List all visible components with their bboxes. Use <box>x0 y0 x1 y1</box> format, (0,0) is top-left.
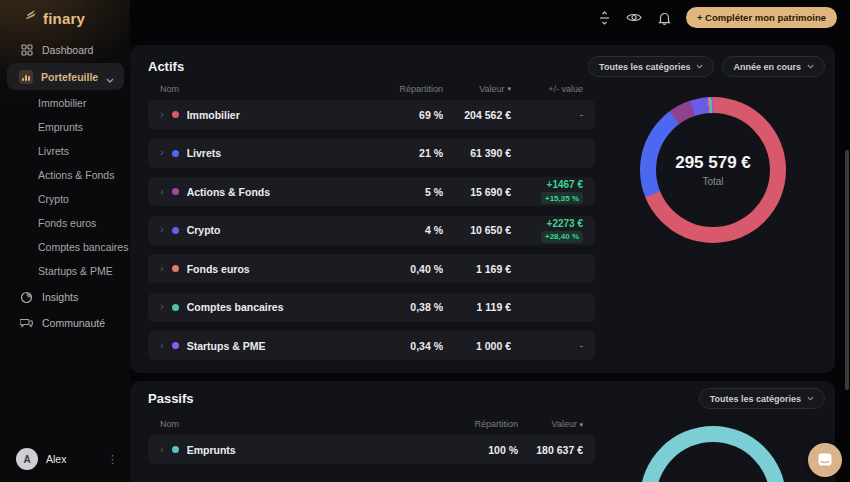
row-label: Startups & PME <box>187 340 266 352</box>
sidebar-item-label: Insights <box>42 291 78 303</box>
subitem-label: Comptes bancaires <box>38 241 128 253</box>
expand-chevron-icon[interactable]: › <box>160 301 164 312</box>
actifs-filters: Toutes les catégories Année en cours <box>588 56 825 77</box>
filter-label: Toutes les catégories <box>710 394 801 404</box>
expand-chevron-icon[interactable]: › <box>160 186 164 197</box>
sidebar-item-insights[interactable]: Insights <box>0 286 130 308</box>
passifs-table-header: Nom Répartition Valeur ▾ <box>148 417 595 431</box>
expand-chevron-icon[interactable]: › <box>160 109 164 120</box>
col-valeur-sort[interactable]: Valeur ▾ <box>518 419 583 429</box>
actifs-title: Actifs <box>148 59 184 74</box>
actifs-donut-center: 295 579 € Total <box>656 113 770 227</box>
portfolio-chart-icon <box>19 70 33 84</box>
sidebar-item-portefeuille[interactable]: Portefeuille <box>7 63 124 90</box>
row-repartition: 0,38 % <box>358 301 443 313</box>
sidebar-subitem-fonds-euros[interactable]: Fonds euros <box>38 214 130 232</box>
row-valeur: 180 637 € <box>518 444 583 456</box>
topbar: + Compléter mon patrimoine <box>596 7 837 28</box>
col-valeur-sort[interactable]: Valeur▾ <box>443 84 511 94</box>
chat-support-button[interactable] <box>808 443 842 477</box>
passifs-title: Passifs <box>148 391 194 406</box>
brand-name: finary <box>43 10 85 27</box>
subitem-label: Immobilier <box>38 97 86 109</box>
actifs-donut-chart: 295 579 € Total <box>640 97 786 243</box>
sort-desc-icon: ▾ <box>579 421 583 428</box>
category-color-dot <box>172 227 179 234</box>
sidebar-subitem-emprunts[interactable]: Emprunts <box>38 118 130 136</box>
row-repartition: 5 % <box>358 186 443 198</box>
avatar: A <box>16 448 38 470</box>
row-repartition: 4 % <box>358 224 443 236</box>
expand-chevron-icon[interactable]: › <box>160 224 164 235</box>
expand-chevron-icon[interactable]: › <box>160 340 164 351</box>
table-row-comptes-bancaires[interactable]: ›Comptes bancaires 0,38 % 1 119 € <box>148 293 595 322</box>
table-row-crypto[interactable]: ›Crypto 4 % 10 650 € +2273 €+28,40 % <box>148 216 595 245</box>
row-delta: - <box>580 109 583 120</box>
scrollbar[interactable] <box>845 150 849 390</box>
actifs-table-header: Nom Répartition Valeur▾ +/- value <box>148 82 595 96</box>
bell-icon[interactable] <box>656 9 673 26</box>
user-name: Alex <box>46 453 66 465</box>
passifs-card: Passifs Toutes les catégories Nom Répart… <box>130 381 835 482</box>
delta-pct-badge: +15,35 % <box>541 192 583 204</box>
expand-chevron-icon[interactable]: › <box>160 147 164 158</box>
expand-chevron-icon[interactable]: › <box>160 263 164 274</box>
passifs-donut-center <box>656 442 770 482</box>
table-row-fonds-euros[interactable]: ›Fonds euros 0,40 % 1 169 € <box>148 254 595 283</box>
subitem-label: Startups & PME <box>38 265 113 277</box>
sidebar-item-label: Dashboard <box>42 44 93 56</box>
row-label: Emprunts <box>187 444 236 456</box>
row-repartition: 100 % <box>438 444 518 456</box>
passifs-donut-chart <box>640 426 786 482</box>
category-filter-dropdown[interactable]: Toutes les catégories <box>699 388 825 409</box>
passifs-filters: Toutes les catégories <box>699 388 825 409</box>
row-valeur: 61 390 € <box>443 147 511 159</box>
kebab-menu-icon[interactable]: ⋮ <box>107 453 118 466</box>
subitem-label: Fonds euros <box>38 217 96 229</box>
dashboard-grid-icon <box>20 44 33 57</box>
sidebar-subitem-startups-pme[interactable]: Startups & PME <box>38 262 130 280</box>
finary-logo[interactable]: finary <box>24 9 85 27</box>
col-valeur: Valeur <box>552 419 577 429</box>
split-adjust-icon[interactable] <box>596 9 613 26</box>
row-repartition: 0,34 % <box>358 340 443 352</box>
chevron-down-icon <box>807 64 814 69</box>
category-color-dot <box>172 265 179 272</box>
chevron-down-icon <box>696 64 703 69</box>
chevron-down-icon <box>106 73 114 85</box>
row-valeur: 204 562 € <box>443 109 511 121</box>
complete-patrimoine-button[interactable]: + Compléter mon patrimoine <box>686 7 837 28</box>
table-row-emprunts[interactable]: ›Emprunts 100 % 180 637 € <box>148 435 595 464</box>
table-row-livrets[interactable]: ›Livrets 21 % 61 390 € <box>148 139 595 168</box>
table-row-actions-fonds[interactable]: ›Actions & Fonds 5 % 15 690 € +1467 €+15… <box>148 177 595 206</box>
actifs-table: Nom Répartition Valeur▾ +/- value ›Immob… <box>148 82 595 370</box>
filter-label: Année en cours <box>733 62 801 72</box>
row-valeur: 15 690 € <box>443 186 511 198</box>
subitem-label: Crypto <box>38 193 69 205</box>
category-filter-dropdown[interactable]: Toutes les catégories <box>588 56 714 77</box>
sidebar-subitem-livrets[interactable]: Livrets <box>38 142 130 160</box>
row-repartition: 21 % <box>358 147 443 159</box>
category-color-dot <box>172 188 179 195</box>
category-color-dot <box>172 342 179 349</box>
period-filter-dropdown[interactable]: Année en cours <box>722 56 825 77</box>
category-color-dot <box>172 304 179 311</box>
category-color-dot <box>172 150 179 157</box>
sidebar-item-dashboard[interactable]: Dashboard <box>0 39 130 61</box>
sidebar-subitem-actions-fonds[interactable]: Actions & Fonds <box>38 166 130 184</box>
sidebar-item-communaute[interactable]: Communauté <box>0 312 130 334</box>
sidebar-item-label: Portefeuille <box>41 71 98 83</box>
sidebar-subitem-comptes-bancaires[interactable]: Comptes bancaires <box>38 238 130 256</box>
expand-chevron-icon[interactable]: › <box>160 444 164 455</box>
user-menu[interactable]: A Alex ⋮ <box>0 447 130 471</box>
eye-icon[interactable] <box>626 9 643 26</box>
sidebar-item-label: Communauté <box>42 317 105 329</box>
table-row-startups-pme[interactable]: ›Startups & PME 0,34 % 1 000 € - <box>148 331 595 360</box>
total-label: Total <box>702 176 723 187</box>
sidebar-subitem-immobilier[interactable]: Immobilier <box>38 94 130 112</box>
sidebar-subitem-crypto[interactable]: Crypto <box>38 190 130 208</box>
row-label: Crypto <box>187 224 221 236</box>
col-delta: +/- value <box>511 84 583 94</box>
table-row-immobilier[interactable]: ›Immobilier 69 % 204 562 € - <box>148 100 595 129</box>
row-delta: +2273 € <box>547 218 583 229</box>
